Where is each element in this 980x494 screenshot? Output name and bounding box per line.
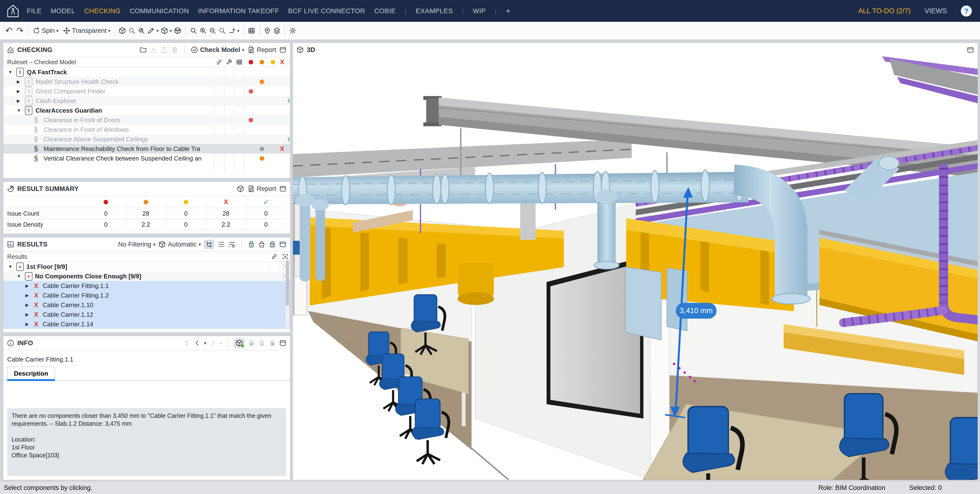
- panel-layout-icon[interactable]: [279, 185, 287, 192]
- zoom-extents-button[interactable]: [189, 27, 197, 35]
- checking-icon: [7, 46, 14, 54]
- layers-button[interactable]: [273, 27, 281, 35]
- rule-row[interactable]: §Vertical Clearance Check between Suspen…: [3, 154, 290, 163]
- help-button[interactable]: ?: [961, 5, 972, 16]
- 3d-viewport[interactable]: 3,410 mm: [293, 56, 978, 480]
- menu-wip[interactable]: WIP: [473, 7, 486, 15]
- next-icon[interactable]: [209, 339, 217, 347]
- focus-column-icon[interactable]: [282, 253, 289, 260]
- cell: 28: [206, 208, 246, 219]
- import-icon[interactable]: [150, 46, 158, 54]
- section-box-button[interactable]: [174, 27, 181, 35]
- remove-from-basket-button[interactable]: −: [258, 240, 266, 248]
- sort-icon[interactable]: [183, 339, 191, 347]
- zoom-out-button[interactable]: [209, 27, 216, 35]
- show-in-3d-icon[interactable]: [237, 185, 244, 192]
- zoom-selection-button[interactable]: [218, 27, 226, 35]
- remove-from-basket-button[interactable]: −: [258, 339, 266, 347]
- rule-row[interactable]: ▶§Clash ExplorerOK: [3, 96, 290, 106]
- status-bar: Select components by clicking. Role: BIM…: [0, 481, 980, 494]
- grid-column-icon[interactable]: [236, 59, 243, 65]
- result-item-row[interactable]: ▶XCable Carrier.1.10: [3, 300, 290, 310]
- panel-layout-icon[interactable]: [967, 46, 974, 54]
- export-icon[interactable]: [161, 46, 168, 54]
- highlight-in-3d-toggle[interactable]: [234, 338, 245, 348]
- row-label: Issue Count: [3, 208, 86, 219]
- add-to-basket-button[interactable]: +: [247, 339, 255, 347]
- grouping-dropdown[interactable]: Automatic▾: [158, 240, 201, 248]
- views-button[interactable]: VIEWS: [924, 7, 947, 15]
- rule-row-selected[interactable]: §Maintenance Reachability Check from Flo…: [3, 144, 290, 154]
- undo-button[interactable]: ↶: [3, 25, 14, 36]
- menu-bcf-live-connector[interactable]: BCF LIVE CONNECTOR: [288, 7, 365, 15]
- rule-row[interactable]: ▼§QA FastTrack: [3, 67, 290, 77]
- results-scrollbar[interactable]: [286, 261, 289, 327]
- ruleset-tree: ▼§QA FastTrack ▶§Model Structure Health …: [3, 67, 290, 163]
- markup-pen-button[interactable]: ▾: [147, 27, 159, 35]
- menu-cobie[interactable]: COBIE: [374, 7, 396, 15]
- storey-view-button[interactable]: [248, 27, 255, 35]
- result-group-row[interactable]: ▼xNo Components Close Enough [9/9]: [3, 272, 290, 281]
- panel-title: INFO: [17, 340, 33, 347]
- rule-row[interactable]: ▶§Ghost Component Finder: [3, 86, 290, 96]
- menu-file[interactable]: FILE: [27, 7, 41, 15]
- menu-examples[interactable]: EXAMPLES: [416, 7, 453, 15]
- set-basket-button[interactable]: =: [269, 339, 276, 347]
- view-cube-button[interactable]: ▾: [161, 27, 172, 35]
- measurement-label: 3,410 mm: [676, 303, 716, 319]
- wrench-column-icon[interactable]: [226, 59, 232, 65]
- rule-row[interactable]: ▶§Model Structure Health Check: [3, 77, 290, 86]
- menu-checking[interactable]: CHECKING: [84, 7, 121, 15]
- menu-add-tab-button[interactable]: +: [506, 6, 511, 16]
- hide-component-button[interactable]: [128, 27, 136, 35]
- menu-separator: |: [495, 7, 497, 14]
- open-ruleset-icon[interactable]: [139, 46, 147, 54]
- menu-communication[interactable]: COMMUNICATION: [130, 7, 189, 15]
- info-panel: INFO ▾ ▾ + − = Cable Carrier Fitting.1.1…: [3, 336, 291, 480]
- 3d-settings-button[interactable]: [289, 27, 296, 35]
- result-item-row[interactable]: ▶XCable Carrier.1.12: [3, 310, 290, 319]
- cell: 0: [246, 208, 286, 219]
- delete-icon[interactable]: [171, 46, 178, 54]
- result-item-row[interactable]: ▶XCable Carrier.1.14: [3, 319, 290, 329]
- panel-layout-icon[interactable]: [279, 240, 287, 248]
- set-basket-button[interactable]: =: [269, 240, 276, 248]
- next-dropdown-icon[interactable]: ▾: [220, 340, 222, 346]
- spin-mode-button[interactable]: Spin▾: [33, 27, 59, 35]
- panel-layout-icon[interactable]: [279, 46, 287, 54]
- zoom-in-button[interactable]: [199, 27, 207, 35]
- result-item-row[interactable]: ▶XCable Carrier Fitting.1.1: [3, 281, 290, 291]
- tree-view-toggle[interactable]: [204, 240, 214, 249]
- menu-model[interactable]: MODEL: [51, 7, 75, 15]
- rule-row[interactable]: ▼§ClearAccess Guardian: [3, 106, 290, 115]
- walk-mode-button[interactable]: ▾: [228, 27, 240, 35]
- show-all-button[interactable]: [118, 27, 126, 35]
- all-todo-counter[interactable]: ALL TO-DO (2/7): [858, 7, 911, 15]
- list-settings-icon[interactable]: [228, 240, 235, 248]
- result-item-row[interactable]: ▶XCable Carrier Fitting.1.2: [3, 291, 290, 300]
- role-indicator: Role: BIM Coordination: [818, 484, 885, 492]
- menu-information-takeoff[interactable]: INFORMATION TAKEOFF: [198, 7, 279, 15]
- report-button[interactable]: Report: [247, 46, 276, 54]
- tab-description[interactable]: Description: [7, 367, 55, 380]
- report-button[interactable]: Report: [247, 185, 276, 192]
- rule-row[interactable]: §Clearance in Front of Windows–: [3, 125, 290, 134]
- isolate-button[interactable]: [138, 27, 145, 35]
- transparent-mode-button[interactable]: Transparent▾: [63, 27, 110, 35]
- rule-row[interactable]: §Clearance Above Suspended CeilingsOK: [3, 134, 290, 144]
- previous-dropdown-icon[interactable]: ▾: [204, 340, 207, 346]
- check-model-button[interactable]: Check Model▾: [191, 46, 244, 54]
- result-group-row[interactable]: ▼x1st Floor [9/9]: [3, 262, 290, 272]
- link-column-icon[interactable]: [216, 59, 223, 65]
- add-to-basket-button[interactable]: +: [247, 240, 255, 248]
- locate-pin-button[interactable]: [264, 27, 271, 35]
- cell: 28: [126, 208, 166, 219]
- panel-layout-icon[interactable]: [279, 339, 287, 347]
- previous-icon[interactable]: [194, 339, 201, 347]
- link-column-icon[interactable]: [271, 253, 278, 260]
- rule-row[interactable]: §Clearance in Front of Doors: [3, 115, 290, 125]
- list-view-toggle[interactable]: [217, 240, 225, 248]
- panel-title: 3D: [307, 46, 315, 54]
- filtering-dropdown[interactable]: No Filtering▾: [118, 241, 156, 248]
- redo-button[interactable]: ↷: [14, 25, 25, 36]
